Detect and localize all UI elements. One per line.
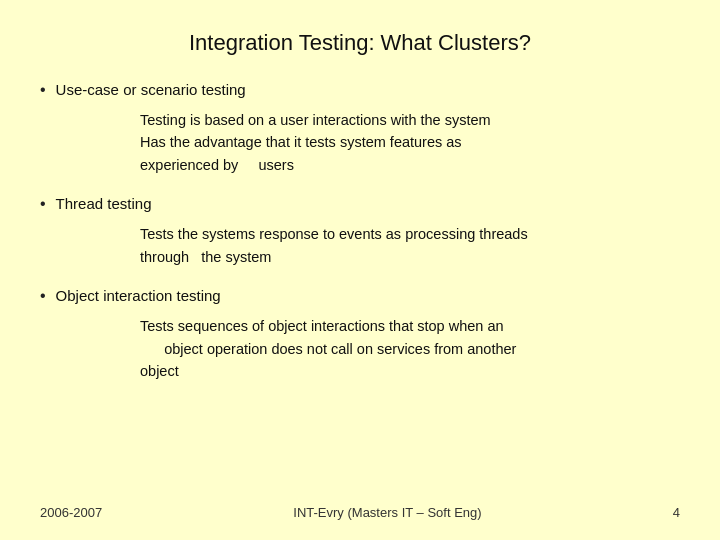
sub-text-1: Testing is based on a user interactions … <box>140 112 491 173</box>
content-area: • Use-case or scenario testing Testing i… <box>40 80 680 497</box>
bullet-label-3: Object interaction testing <box>56 286 221 304</box>
footer: 2006-2007 INT-Evry (Masters IT – Soft En… <box>40 497 680 520</box>
sub-content-3: Tests sequences of object interactions t… <box>140 315 680 382</box>
sub-content-2: Tests the systems response to events as … <box>140 223 680 268</box>
bullet-label-1: Use-case or scenario testing <box>56 80 246 98</box>
bullet-section-1: • Use-case or scenario testing <box>40 80 680 99</box>
sub-text-3: Tests sequences of object interactions t… <box>140 318 516 379</box>
sub-text-2: Tests the systems response to events as … <box>140 226 528 264</box>
slide-title: Integration Testing: What Clusters? <box>40 30 680 56</box>
bullet-section-2: • Thread testing <box>40 194 680 213</box>
bullet-icon-1: • <box>40 81 46 99</box>
bullet-section-3: • Object interaction testing <box>40 286 680 305</box>
slide: Integration Testing: What Clusters? • Us… <box>0 0 720 540</box>
bullet-label-2: Thread testing <box>56 194 152 212</box>
footer-left: 2006-2007 <box>40 505 102 520</box>
bullet-icon-3: • <box>40 287 46 305</box>
bullet-icon-2: • <box>40 195 46 213</box>
sub-content-1: Testing is based on a user interactions … <box>140 109 680 176</box>
footer-center: INT-Evry (Masters IT – Soft Eng) <box>293 505 481 520</box>
footer-right: 4 <box>673 505 680 520</box>
